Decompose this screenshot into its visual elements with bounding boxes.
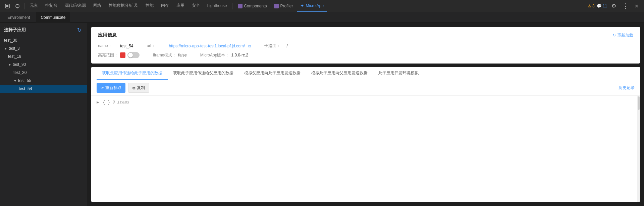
cursor-icon[interactable] (3, 1, 12, 11)
micro-app-icon: ✦ (300, 3, 304, 8)
tab-components[interactable]: Components (234, 0, 270, 12)
info-row-2: 高亮范围： iframe模式： false MicroApp版本： 1.0.0-… (98, 52, 633, 58)
sub-tab-environment[interactable]: Environment (3, 12, 35, 23)
tab-elements[interactable]: 元素 (26, 0, 41, 12)
sidebar-title: 选择子应用 (4, 27, 26, 33)
toolbar-separator (24, 3, 24, 9)
color-swatch[interactable] (120, 52, 125, 58)
tab-memory[interactable]: 内存 (158, 0, 172, 12)
sub-tab-communicate[interactable]: Communicate (36, 12, 70, 23)
tab-micro-app[interactable]: ✦ Micro App (297, 0, 327, 12)
content-tab-get-to-parent[interactable]: 获取此子应用传递给父应用的数据 (168, 67, 239, 80)
warn-icon: ⚠ (588, 4, 591, 8)
content-actions: ⟳ 重新获取 ⧉ 复制 历史记录 (91, 80, 640, 96)
svg-rect-1 (6, 5, 8, 7)
tab-console[interactable]: 控制台 (42, 0, 61, 12)
info-field-url: url： https://micro-app-test-test1.local-… (147, 43, 251, 49)
tree-item-test55[interactable]: ▼ test_55 (0, 77, 87, 85)
tree-item-label: test_18 (8, 54, 21, 59)
tree-item-label: test_54 (19, 86, 32, 91)
warn-badge[interactable]: ⚠ 3 (588, 4, 595, 8)
tree-item-label: test_90 (13, 62, 26, 67)
content-tab-simulate-parent-send[interactable]: 模拟父应用向此子应用发送数据 (239, 67, 306, 80)
info-card-title: 应用信息 (98, 32, 117, 38)
content-tab-get-from-parent[interactable]: 获取父应用传递给此子应用的数据 (97, 67, 168, 80)
tree-item-test20[interactable]: test_20 (0, 69, 87, 77)
tree-item-test18[interactable]: test_18 (0, 52, 87, 60)
tree-item-test3[interactable]: ▼ test_3 (0, 44, 87, 52)
reload-button[interactable]: ↻ 重新加载 (612, 33, 633, 38)
close-button[interactable]: ✕ (632, 1, 641, 11)
highlight-label: 高亮范围： (98, 52, 118, 58)
refresh-data-icon: ⟳ (101, 86, 104, 90)
tree-arrow-test55: ▼ (13, 79, 17, 83)
sidebar-refresh-button[interactable]: ↻ (75, 26, 83, 34)
top-toolbar: 元素 控制台 源代码/来源 网络 性能数据分析 及 性能 内存 应用 安全 Li… (0, 0, 644, 12)
history-link[interactable]: 历史记录 (619, 85, 635, 91)
tree-item-test54[interactable]: test_54 (0, 85, 87, 93)
tree-item-label: test_55 (18, 78, 31, 83)
tab-application[interactable]: 应用 (173, 0, 188, 12)
refresh-data-button[interactable]: ⟳ 重新获取 (97, 83, 125, 93)
sub-route-value: / (286, 44, 287, 48)
url-value[interactable]: https://micro-app-test-test1.local-pf.jd… (169, 44, 245, 48)
toolbar-separator-2 (232, 3, 232, 9)
toggle-switch[interactable] (127, 52, 140, 58)
version-value: 1.0.0-rc.2 (231, 53, 248, 57)
info-card: 应用信息 ↻ 重新加载 name： test_54 url： https://m… (91, 27, 640, 64)
json-expand-arrow[interactable]: ▶ (97, 100, 99, 105)
url-copy-icon[interactable]: ⧉ (248, 44, 251, 48)
tab-network[interactable]: 网络 (90, 0, 105, 12)
tab-profiler-label: Profiler (280, 4, 293, 8)
components-ext-icon (238, 4, 243, 8)
info-icon: 💬 (597, 4, 602, 8)
info-field-name: name： test_54 (98, 43, 133, 49)
info-field-iframe: iframe模式： false (153, 52, 187, 58)
reload-icon: ↻ (612, 33, 616, 38)
tree-item-test90[interactable]: ▼ test_90 (0, 60, 87, 69)
sub-route-label: 子路由： (264, 43, 284, 49)
info-field-subroute: 子路由： / (264, 43, 287, 49)
json-viewer: ▶ { } 0 items (91, 96, 640, 202)
copy-button[interactable]: ⧉ 复制 (128, 83, 149, 93)
content-tabs-bar: 获取父应用传递给此子应用的数据 获取此子应用传递给父应用的数据 模拟父应用向此子… (91, 67, 640, 80)
json-empty-hint: 0 items (112, 100, 129, 105)
warn-count: 3 (592, 4, 595, 8)
name-value: test_54 (120, 44, 133, 48)
settings-button[interactable]: ⚙ (609, 1, 619, 11)
right-panel: 应用信息 ↻ 重新加载 name： test_54 url： https://m… (87, 23, 644, 206)
sub-tabs-bar: Environment Communicate (0, 12, 644, 23)
inspect-icon[interactable] (13, 1, 22, 11)
tree-item-label: test_20 (13, 70, 26, 75)
toggle-knob (128, 53, 133, 57)
tab-security[interactable]: 安全 (189, 0, 203, 12)
svg-point-2 (16, 4, 19, 8)
name-label: name： (98, 43, 118, 49)
tab-profiler[interactable]: Profiler (271, 0, 296, 12)
main-layout: 选择子应用 ↻ test_30 ▼ test_3 test_18 ▼ test_… (0, 23, 644, 206)
info-count: 11 (603, 4, 607, 8)
sidebar-header: 选择子应用 ↻ (0, 23, 87, 36)
info-field-highlight: 高亮范围： (98, 52, 140, 58)
json-scrollbar[interactable] (637, 96, 640, 202)
sidebar: 选择子应用 ↻ test_30 ▼ test_3 test_18 ▼ test_… (0, 23, 87, 206)
info-row-1: name： test_54 url： https://micro-app-tes… (98, 43, 633, 49)
tab-micro-app-label: Micro App (306, 3, 323, 8)
tab-sources[interactable]: 源代码/来源 (61, 0, 89, 12)
copy-icon: ⧉ (132, 86, 136, 90)
reload-label: 重新加载 (617, 33, 633, 38)
info-card-header: 应用信息 ↻ 重新加载 (98, 32, 633, 38)
tree-item-label: test_3 (9, 46, 20, 51)
info-badge[interactable]: 💬 11 (597, 4, 607, 8)
tab-lighthouse[interactable]: Lighthouse (204, 0, 230, 12)
more-button[interactable]: ⋮ (621, 1, 630, 11)
refresh-data-label: 重新获取 (105, 85, 121, 91)
json-scrollbar-thumb (638, 96, 640, 110)
version-label: MicroApp版本： (200, 52, 229, 58)
content-tab-dev-env[interactable]: 此子应用开发环境模拟 (373, 67, 424, 80)
tab-performance[interactable]: 性能 (142, 0, 157, 12)
tab-perf-analysis[interactable]: 性能数据分析 及 (105, 0, 141, 12)
content-card: 获取父应用传递给此子应用的数据 获取此子应用传递给父应用的数据 模拟父应用向此子… (91, 67, 640, 202)
content-tab-simulate-child-send[interactable]: 模拟此子应用向父应用发送数据 (306, 67, 373, 80)
tree-item-test30[interactable]: test_30 (0, 36, 87, 44)
